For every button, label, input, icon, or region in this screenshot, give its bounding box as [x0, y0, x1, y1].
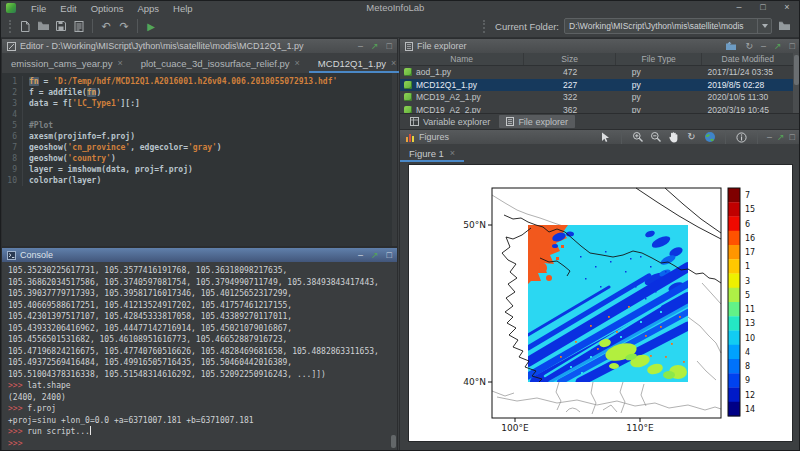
colorbar-label: 14: [745, 405, 755, 414]
run-script-button[interactable]: ▶: [142, 17, 160, 35]
table-row-MCD12Q1_1.py[interactable]: MCD12Q1_1.py227py2019/8/5 02:28: [400, 79, 793, 92]
maximize-icon[interactable]: □: [790, 42, 795, 51]
file-type-cell: py: [616, 92, 703, 102]
popout-icon[interactable]: ↗: [774, 42, 782, 51]
column-header-size[interactable]: Size: [524, 53, 616, 65]
current-folder-group: Current Folder: D:\Working\MIScript\Jyth…: [479, 18, 795, 34]
menu-item-help[interactable]: Help: [166, 3, 200, 14]
table-row-MCD19_A2_2.py[interactable]: MCD19_A2_2.py362py2020/3/19 10:45: [400, 104, 793, 114]
save-file-button[interactable]: [52, 17, 70, 35]
close-icon[interactable]: ×: [450, 148, 455, 158]
colorbar-cell-5: [728, 288, 740, 303]
popout-icon[interactable]: ↗: [371, 42, 379, 51]
code-token: geoshow(: [29, 143, 68, 152]
table-row-MCD19_A2_1.py[interactable]: MCD19_A2_1.py322py2020/10/5 11:30: [400, 91, 793, 104]
colorbar-label: 12: [745, 391, 755, 400]
column-header-datemodified[interactable]: Date Modified: [702, 53, 793, 65]
editor-icon: [7, 42, 16, 51]
file-size-cell: 472: [524, 67, 616, 77]
info-button[interactable]: [735, 131, 748, 144]
colorbar-cell-11: [728, 302, 740, 317]
toolbar-separator: [137, 19, 138, 33]
refresh-icon[interactable]: ↻: [745, 42, 753, 51]
console-title: Console: [20, 250, 53, 260]
code-text: [23, 109, 29, 120]
close-icon[interactable]: ×: [117, 58, 122, 68]
select-tool-button[interactable]: [599, 131, 612, 144]
rotate-button[interactable]: ↻: [685, 131, 698, 144]
console-line: 105.47196824216675, 105.47740760516626, …: [8, 346, 397, 358]
minimize-icon[interactable]: –: [767, 133, 772, 142]
popout-icon[interactable]: ↗: [371, 251, 379, 260]
close-icon[interactable]: ×: [391, 58, 396, 68]
current-folder-dropdown-button[interactable]: [757, 19, 771, 33]
hand-icon: [668, 131, 679, 143]
tab-file-explorer[interactable]: File explorer: [499, 115, 575, 128]
code-line: 3data = f['LC_Type1'][:]: [2, 98, 397, 109]
undo-button[interactable]: ↶: [97, 17, 115, 35]
globe-button[interactable]: [703, 131, 716, 144]
console-scrollbar-thumb[interactable]: [391, 435, 396, 448]
console-output[interactable]: 105.35230225617731, 105.3577416191768, 1…: [2, 262, 397, 451]
colorbar-cell-7: [728, 188, 740, 203]
editor-tab-plot_cuace_3d_isosurface_relief.py[interactable]: plot_cuace_3d_isosurface_relief.py×: [132, 53, 309, 73]
zoom-out-icon: [650, 131, 662, 143]
editor-tab-emission_cams_year.py[interactable]: emission_cams_year.py×: [2, 53, 132, 73]
window-controls: – □ ×: [727, 1, 799, 15]
menu-item-file[interactable]: File: [24, 3, 53, 14]
figure-canvas[interactable]: 50°N 40°N 100°E 110°E 715616171351113104…: [408, 164, 793, 442]
popout-icon[interactable]: ↗: [777, 133, 785, 142]
column-header-filetype[interactable]: File Type: [616, 53, 703, 65]
minimize-icon[interactable]: –: [358, 251, 363, 260]
pan-button[interactable]: [667, 131, 680, 144]
console-panel-controls: – ↗ □: [358, 251, 392, 260]
minimize-icon[interactable]: –: [358, 42, 363, 51]
window-maximize-button[interactable]: □: [751, 1, 775, 15]
figure-tab[interactable]: Figure 1 ×: [400, 144, 464, 162]
file-table: Name Size File Type Date Modified aod_1.…: [400, 53, 793, 113]
file-explorer-scrollbar-thumb[interactable]: [794, 55, 799, 85]
maximize-icon[interactable]: □: [790, 133, 795, 142]
console-text: run script...: [27, 427, 90, 436]
line-number: 2: [2, 87, 23, 98]
colorbar-cell-15: [728, 202, 740, 217]
editor-scrollbar[interactable]: [392, 73, 397, 246]
figures-panel: Figures ↻: [399, 129, 800, 451]
column-header-name[interactable]: Name: [400, 53, 524, 65]
tab-variable-explorer[interactable]: Variable explorer: [403, 115, 497, 128]
console-line: 105.36862034517586, 105.3740597081754, 1…: [8, 277, 397, 289]
file-table-header: Name Size File Type Date Modified: [400, 53, 793, 66]
code-editor[interactable]: 1fn = 'D:/Temp/hdf/MCD12Q1.A2016001.h26v…: [2, 73, 397, 246]
menu-item-edit[interactable]: Edit: [53, 3, 83, 14]
new-file-button[interactable]: [16, 17, 34, 35]
code-token: ][:]: [121, 99, 140, 108]
python-file-icon: [404, 106, 412, 113]
toolbar-grip: [9, 20, 12, 33]
editor-tab-label: emission_cams_year.py: [11, 58, 112, 69]
maximize-icon[interactable]: □: [387, 42, 392, 51]
menu-item-options[interactable]: Options: [84, 3, 131, 14]
code-token: 'LC_Type1': [72, 99, 120, 108]
file-explorer-scrollbar[interactable]: [793, 53, 800, 113]
zoom-in-button[interactable]: [631, 131, 644, 144]
save-as-button[interactable]: [70, 17, 88, 35]
colorbar-label: 7: [745, 191, 750, 200]
editor-tab-MCD12Q1_1.py[interactable]: MCD12Q1_1.py×: [309, 53, 405, 73]
minimize-icon[interactable]: –: [761, 42, 766, 51]
import-folder-icon[interactable]: [725, 41, 737, 51]
current-folder-combobox[interactable]: D:\Working\MIScript\Jython\mis\satellite…: [564, 18, 772, 34]
redo-button[interactable]: ↷: [115, 17, 133, 35]
close-icon[interactable]: ×: [295, 58, 300, 68]
colorbar-cell-16: [728, 231, 740, 246]
zoom-out-button[interactable]: [649, 131, 662, 144]
code-token: fn: [29, 77, 39, 86]
file-name: MCD12Q1_1.py: [416, 80, 477, 90]
menu-item-apps[interactable]: Apps: [130, 3, 166, 14]
window-close-button[interactable]: ×: [775, 1, 799, 15]
open-file-button[interactable]: [34, 17, 52, 35]
window-minimize-button[interactable]: –: [727, 1, 751, 15]
maximize-icon[interactable]: □: [387, 251, 392, 260]
browse-folder-button[interactable]: [778, 20, 791, 32]
menu-items: FileEditOptionsAppsHelp: [24, 3, 200, 14]
table-row-aod_1.py[interactable]: aod_1.py472py2017/11/24 03:35: [400, 66, 793, 79]
